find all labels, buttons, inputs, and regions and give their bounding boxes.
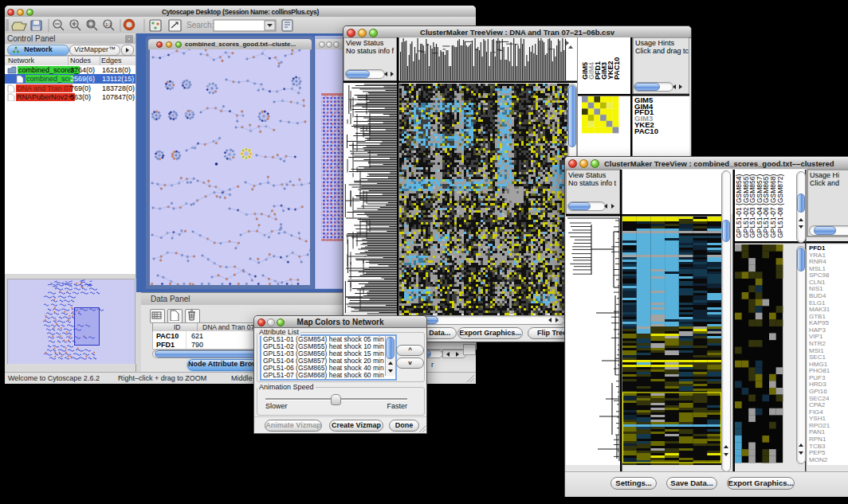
- svg-text:PAC10: PAC10: [634, 127, 658, 135]
- svg-text:No status info f: No status info f: [346, 47, 395, 55]
- svg-text:Click and drag tc: Click and drag tc: [635, 47, 689, 55]
- svg-text:View Status: View Status: [568, 171, 607, 179]
- svg-text:Usage Hi: Usage Hi: [810, 171, 839, 179]
- svg-text:View Status: View Status: [346, 39, 384, 47]
- svg-text:No status info t: No status info t: [568, 179, 617, 187]
- svg-text:Usage Hints: Usage Hints: [635, 39, 675, 47]
- svg-text:GPL51-08 (GSM872): GPL51-08 (GSM872): [776, 174, 784, 238]
- svg-text:Click and: Click and: [810, 179, 839, 187]
- svg-text:MON2: MON2: [809, 456, 828, 463]
- svg-text:PAC10: PAC10: [613, 57, 621, 80]
- svg-text:Search:: Search:: [186, 21, 214, 29]
- svg-text:1:1: 1:1: [105, 22, 112, 27]
